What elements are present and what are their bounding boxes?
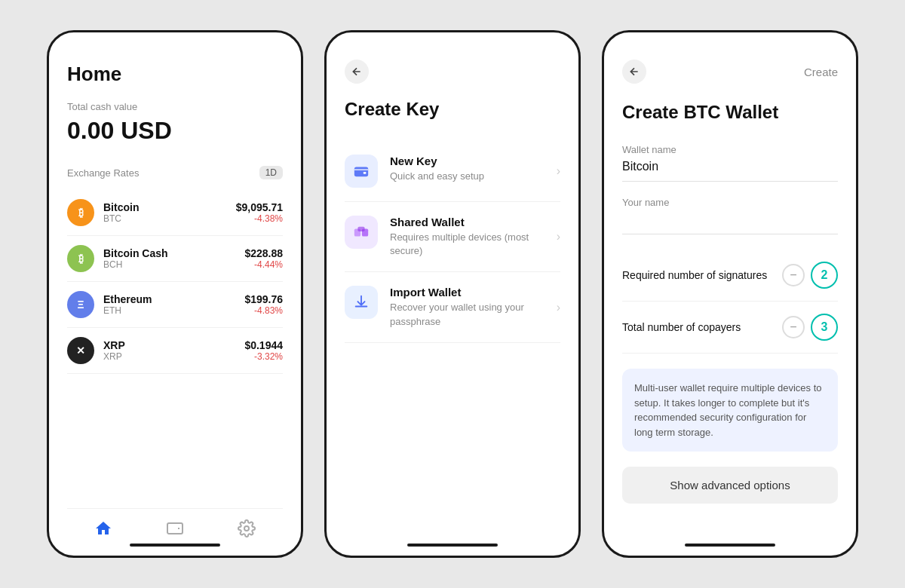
eth-usd: $199.76 xyxy=(244,293,283,305)
create-wallet-screen: Create Create BTC Wallet Wallet name Bit… xyxy=(604,32,856,537)
home-screen: Home Total cash value 0.00 USD Exchange … xyxy=(49,32,301,537)
bch-symbol: BCH xyxy=(103,259,244,270)
home-screen-content: Home Total cash value 0.00 USD Exchange … xyxy=(49,32,301,537)
xrp-price: $0.1944 -3.32% xyxy=(244,339,283,362)
copayers-value: 3 xyxy=(811,314,838,341)
svg-point-1 xyxy=(244,526,249,531)
signatures-decrement-button[interactable]: − xyxy=(782,264,805,286)
eth-symbol: ETH xyxy=(103,305,244,316)
nav-wallet-icon[interactable] xyxy=(166,519,184,537)
home-indicator-2 xyxy=(407,544,498,547)
copayers-row: Total number of copayers − 3 xyxy=(622,302,838,354)
your-name-label: Your name xyxy=(622,197,838,208)
total-cash-label: Total cash value xyxy=(67,101,283,112)
phone-screen-create-key: Create Key New Key Quick and easy setup xyxy=(324,30,581,558)
copayers-decrement-button[interactable]: − xyxy=(782,316,805,338)
svg-rect-2 xyxy=(354,167,368,177)
new-key-text: New Key Quick and easy setup xyxy=(390,155,557,183)
wallet-top-bar: Create xyxy=(622,60,838,84)
total-cash-value: 0.00 USD xyxy=(67,117,283,145)
coin-list: ₿ Bitcoin BTC $9,095.71 -4.38% ₿ xyxy=(67,190,283,374)
wallet-name-label: Wallet name xyxy=(622,144,838,155)
nav-settings-icon[interactable] xyxy=(238,519,256,537)
menu-item-import-wallet[interactable]: Import Wallet Recover your wallet using … xyxy=(345,272,560,342)
btc-change: -4.38% xyxy=(236,213,283,224)
bottom-nav xyxy=(67,508,283,537)
new-key-icon-box xyxy=(345,155,378,188)
eth-price: $199.76 -4.83% xyxy=(244,293,283,316)
btc-icon: ₿ xyxy=(67,199,94,226)
eth-icon: Ξ xyxy=(67,291,94,318)
wallet-name-value: Bitcoin xyxy=(622,160,838,182)
exchange-header: Exchange Rates 1D xyxy=(67,166,283,179)
signatures-controls: − 2 xyxy=(782,262,838,289)
phone-screen-create-wallet: Create Create BTC Wallet Wallet name Bit… xyxy=(602,30,858,558)
create-link[interactable]: Create xyxy=(804,66,838,78)
show-advanced-options-button[interactable]: Show advanced options xyxy=(622,467,838,504)
coin-row-eth[interactable]: Ξ Ethereum ETH $199.76 -4.83% xyxy=(67,282,283,328)
home-title: Home xyxy=(67,63,283,86)
wallet-back-button[interactable] xyxy=(622,60,646,84)
xrp-symbol: XRP xyxy=(103,351,244,362)
btc-info: Bitcoin BTC xyxy=(103,201,236,224)
shared-wallet-icon-box xyxy=(345,216,378,249)
xrp-icon: ✕ xyxy=(67,337,94,364)
btc-usd: $9,095.71 xyxy=(236,201,283,213)
home-indicator xyxy=(130,544,220,547)
copayers-label: Total number of copayers xyxy=(622,321,741,333)
coin-row-xrp[interactable]: ✕ XRP XRP $0.1944 -3.32% xyxy=(67,328,283,374)
eth-name: Ethereum xyxy=(103,293,244,305)
btc-name: Bitcoin xyxy=(103,201,236,213)
signatures-label: Required number of signatures xyxy=(622,269,767,281)
screens-container: Home Total cash value 0.00 USD Exchange … xyxy=(47,30,858,558)
eth-change: -4.83% xyxy=(244,305,283,316)
bch-change: -4.44% xyxy=(244,259,283,270)
import-wallet-text: Import Wallet Recover your wallet using … xyxy=(390,286,557,328)
signatures-value: 2 xyxy=(811,262,838,289)
back-button[interactable] xyxy=(345,60,369,84)
new-key-title: New Key xyxy=(390,155,557,167)
import-wallet-chevron: › xyxy=(557,301,560,314)
menu-item-new-key[interactable]: New Key Quick and easy setup › xyxy=(345,141,560,202)
create-key-screen-content: Create Key New Key Quick and easy setup xyxy=(327,32,578,537)
coin-row-btc[interactable]: ₿ Bitcoin BTC $9,095.71 -4.38% xyxy=(67,190,283,236)
copayers-controls: − 3 xyxy=(782,314,838,341)
import-wallet-desc: Recover your wallet using your passphras… xyxy=(390,301,557,328)
home-indicator-3 xyxy=(685,544,775,547)
exchange-rates-label: Exchange Rates xyxy=(67,167,139,179)
svg-rect-3 xyxy=(364,172,367,174)
xrp-info: XRP XRP xyxy=(103,339,244,362)
eth-info: Ethereum ETH xyxy=(103,293,244,316)
new-key-desc: Quick and easy setup xyxy=(390,170,557,183)
create-wallet-title: Create BTC Wallet xyxy=(622,102,838,123)
shared-wallet-text: Shared Wallet Requires multiple devices … xyxy=(390,216,557,258)
bch-info: Bitcoin Cash BCH xyxy=(103,247,244,270)
create-wallet-screen-content: Create Create BTC Wallet Wallet name Bit… xyxy=(604,32,856,537)
new-key-chevron: › xyxy=(557,164,560,178)
coin-row-bch[interactable]: ₿ Bitcoin Cash BCH $228.88 -4.44% xyxy=(67,236,283,282)
import-wallet-title: Import Wallet xyxy=(390,286,557,299)
create-key-title: Create Key xyxy=(345,99,560,120)
bch-icon: ₿ xyxy=(67,245,94,272)
btc-price: $9,095.71 -4.38% xyxy=(236,201,283,224)
btc-symbol: BTC xyxy=(103,213,236,224)
shared-wallet-chevron: › xyxy=(557,230,560,243)
shared-wallet-desc: Requires multiple devices (most secure) xyxy=(390,231,557,258)
info-box: Multi-user wallet require multiple devic… xyxy=(622,369,838,452)
wallet-name-section: Wallet name Bitcoin xyxy=(622,144,838,182)
xrp-name: XRP xyxy=(103,339,244,351)
signatures-row: Required number of signatures − 2 xyxy=(622,250,838,302)
your-name-input[interactable] xyxy=(622,213,838,234)
nav-home-icon[interactable] xyxy=(94,519,112,537)
shared-wallet-icon xyxy=(353,224,370,240)
svg-rect-0 xyxy=(167,523,183,534)
bch-usd: $228.88 xyxy=(244,247,283,259)
shared-wallet-title: Shared Wallet xyxy=(390,216,557,228)
bch-price: $228.88 -4.44% xyxy=(244,247,283,270)
menu-item-shared-wallet[interactable]: Shared Wallet Requires multiple devices … xyxy=(345,202,560,272)
your-name-section: Your name xyxy=(622,197,838,234)
svg-rect-6 xyxy=(357,227,364,231)
period-badge[interactable]: 1D xyxy=(259,166,283,179)
wallet-icon xyxy=(353,163,370,179)
import-wallet-icon-box xyxy=(345,286,378,319)
